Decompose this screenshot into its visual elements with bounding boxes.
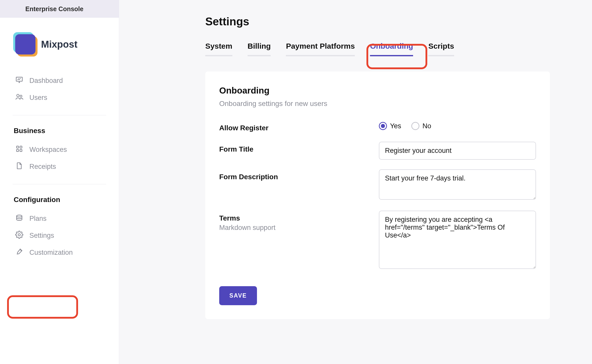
users-icon: [15, 93, 23, 103]
sidebar-item-label: Receipts: [29, 163, 56, 171]
svg-rect-6: [20, 150, 22, 152]
terms-label: Terms: [219, 214, 371, 222]
document-icon: [15, 162, 23, 172]
sidebar-item-label: Dashboard: [29, 77, 63, 85]
brush-icon: [15, 248, 23, 258]
tabs: System Billing Payment Platforms Onboard…: [205, 42, 562, 56]
sidebar-item-label: Customization: [29, 249, 73, 257]
brand-logo-icon: [15, 34, 35, 54]
main: Settings System Billing Payment Platform…: [119, 0, 592, 364]
sidebar-section-configuration: Configuration: [14, 196, 106, 204]
card-subtitle: Onboarding settings for new users: [219, 100, 536, 108]
svg-rect-3: [16, 146, 18, 148]
sidebar-section-business: Business: [14, 127, 106, 135]
console-banner: Enterprise Console: [0, 0, 119, 18]
console-banner-label: Enterprise Console: [25, 5, 83, 13]
tab-system[interactable]: System: [205, 42, 232, 56]
svg-point-2: [20, 95, 22, 97]
sidebar-item-label: Workspaces: [29, 146, 67, 154]
radio-icon: [379, 122, 387, 130]
sidebar-item-workspaces[interactable]: Workspaces: [13, 141, 106, 158]
allow-register-yes[interactable]: Yes: [379, 122, 401, 130]
card-title: Onboarding: [219, 85, 536, 96]
divider: [13, 115, 106, 115]
tab-scripts[interactable]: Scripts: [428, 42, 454, 56]
page-title: Settings: [205, 15, 562, 28]
radio-label: Yes: [390, 122, 401, 130]
save-button[interactable]: SAVE: [219, 286, 257, 305]
row-form-description: Form Description: [219, 169, 536, 201]
sidebar-item-receipts[interactable]: Receipts: [13, 158, 106, 175]
svg-rect-4: [20, 146, 22, 148]
sidebar-item-dashboard[interactable]: Dashboard: [13, 72, 106, 89]
svg-point-7: [16, 215, 22, 217]
dashboard-icon: [15, 76, 23, 86]
radio-icon: [411, 122, 419, 130]
brand: Mixpost: [0, 18, 119, 65]
form-description-textarea[interactable]: [379, 169, 536, 200]
divider: [13, 184, 106, 184]
sidebar-nav: Dashboard Users Business Workspaces: [0, 65, 119, 261]
form-description-label: Form Description: [219, 173, 371, 181]
grid-icon: [15, 145, 23, 155]
tab-billing[interactable]: Billing: [248, 42, 271, 56]
gear-icon: [15, 231, 23, 241]
allow-register-radio-group: Yes No: [379, 120, 536, 130]
sidebar: Enterprise Console Mixpost Dashboard Use…: [0, 0, 119, 364]
brand-name: Mixpost: [41, 39, 78, 50]
row-terms: Terms Markdown support: [219, 211, 536, 270]
onboarding-card: Onboarding Onboarding settings for new u…: [205, 71, 550, 319]
sidebar-item-label: Users: [29, 94, 47, 102]
row-form-title: Form Title: [219, 142, 536, 160]
sidebar-item-plans[interactable]: Plans: [13, 210, 106, 227]
terms-sublabel: Markdown support: [219, 224, 371, 232]
sidebar-item-customization[interactable]: Customization: [13, 244, 106, 261]
sidebar-item-label: Plans: [29, 215, 47, 223]
sidebar-item-label: Settings: [29, 232, 54, 240]
sidebar-item-settings[interactable]: Settings: [13, 227, 106, 244]
form-title-input[interactable]: [379, 142, 536, 160]
allow-register-label: Allow Register: [219, 124, 371, 132]
radio-label: No: [422, 122, 431, 130]
svg-point-1: [17, 94, 19, 97]
allow-register-no[interactable]: No: [411, 122, 431, 130]
tab-onboarding[interactable]: Onboarding: [370, 42, 413, 56]
svg-point-8: [18, 234, 21, 236]
sidebar-item-users[interactable]: Users: [13, 89, 106, 106]
tab-payment-platforms[interactable]: Payment Platforms: [286, 42, 355, 56]
svg-rect-5: [16, 150, 18, 152]
form-title-label: Form Title: [219, 145, 371, 153]
row-allow-register: Allow Register Yes No: [219, 120, 536, 132]
stack-icon: [15, 214, 23, 224]
terms-textarea[interactable]: [379, 211, 536, 269]
